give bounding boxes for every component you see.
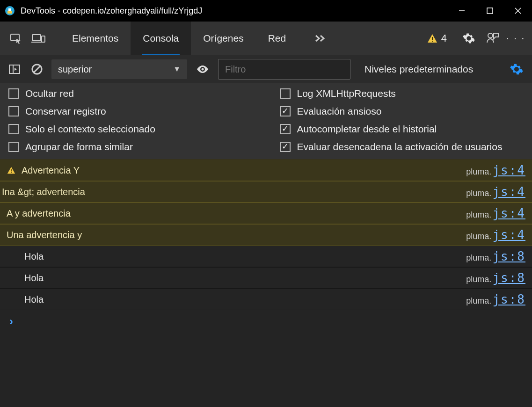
settings-button[interactable]	[459, 29, 479, 48]
filter-input[interactable]	[218, 59, 350, 80]
tab-label: Orígenes	[203, 33, 243, 44]
window-title: DevTools - codepen.io/zoherghadyali/full…	[21, 6, 448, 16]
checkbox-log-xhr[interactable]: Log XMLHttpRequests	[280, 88, 524, 99]
checkbox-label: Solo el contexto seleccionado	[25, 124, 155, 135]
prompt-chevron-icon: ›	[9, 315, 13, 328]
clear-console-icon[interactable]	[29, 61, 45, 77]
log-source[interactable]: pluma.js:4	[466, 228, 525, 242]
svg-rect-4	[487, 8, 493, 14]
console-settings-button[interactable]	[508, 60, 525, 78]
checkbox-icon	[280, 142, 291, 152]
window-controls	[448, 0, 532, 22]
log-source[interactable]: pluma.js:4	[466, 185, 525, 199]
context-value: superior	[58, 64, 92, 75]
feedback-button[interactable]	[482, 29, 502, 48]
minimize-button[interactable]	[448, 0, 476, 22]
svg-line-17	[34, 66, 40, 73]
checkbox-label: Autocompletar desde el historial	[297, 124, 437, 135]
console-filter-bar: superior ▼ Niveles predeterminados	[0, 55, 532, 83]
tab-elementos[interactable]: Elementos	[60, 22, 131, 55]
checkbox-icon	[280, 106, 291, 116]
checkbox-icon	[8, 88, 19, 99]
log-message: Hola	[24, 273, 44, 283]
tab-label: Elementos	[72, 33, 118, 44]
svg-point-13	[488, 33, 493, 38]
checkbox-icon	[8, 124, 19, 134]
execution-context-select[interactable]: superior ▼	[51, 59, 187, 79]
svg-rect-1	[7, 11, 12, 14]
log-message: A y advertencia	[7, 208, 71, 219]
tab-label: Consola	[143, 33, 179, 44]
svg-rect-8	[32, 35, 41, 41]
log-message: Hola	[24, 251, 44, 262]
checkbox-icon	[280, 124, 291, 134]
levels-label: Niveles predeterminados	[364, 64, 473, 74]
log-row-warning[interactable]: Una advertencia y pluma.js:4	[0, 224, 532, 246]
console-log-area: Advertencia Y pluma.js:4 Ina &gt; advert…	[0, 160, 532, 333]
log-row-info[interactable]: Hola pluma.js:8	[0, 289, 532, 310]
log-row-info[interactable]: Hola pluma.js:8	[0, 246, 532, 267]
checkbox-ocultar-red[interactable]: Ocultar red	[8, 88, 252, 99]
log-source[interactable]: pluma.js:8	[466, 249, 525, 263]
device-toolbar-icon[interactable]	[29, 29, 48, 48]
checkbox-icon	[8, 142, 19, 152]
log-source[interactable]: pluma.js:8	[466, 271, 525, 285]
log-source[interactable]: pluma.js:4	[466, 206, 525, 220]
log-source[interactable]: pluma.js:4	[466, 163, 525, 177]
checkbox-autocompletar-historial[interactable]: Autocompletar desde el historial	[280, 124, 524, 135]
checkbox-icon	[280, 88, 291, 99]
svg-rect-2	[8, 8, 11, 11]
log-levels-select[interactable]: Niveles predeterminados	[357, 64, 501, 75]
log-row-info[interactable]: Hola pluma.js:8	[0, 267, 532, 289]
checkbox-label: Ocultar red	[25, 88, 74, 99]
toggle-console-sidebar-icon[interactable]	[7, 61, 22, 77]
log-row-warning[interactable]: Advertencia Y pluma.js:4	[0, 160, 532, 181]
log-source[interactable]: pluma.js:8	[466, 292, 525, 306]
svg-rect-20	[11, 172, 12, 173]
tab-label: Red	[268, 33, 286, 44]
window-titlebar: DevTools - codepen.io/zoherghadyali/full…	[0, 0, 532, 22]
checkbox-agrupar-similar[interactable]: Agrupar de forma similar	[8, 141, 252, 153]
warning-count-value: 4	[441, 32, 447, 44]
inspect-element-icon[interactable]	[7, 29, 25, 48]
checkbox-evaluacion-ansioso[interactable]: Evaluación ansioso	[280, 106, 524, 117]
log-row-warning[interactable]: A y advertencia pluma.js:4	[0, 203, 532, 224]
dropdown-caret-icon: ▼	[173, 65, 181, 73]
maximize-button[interactable]	[476, 0, 504, 22]
checkbox-conservar-registro[interactable]: Conservar registro	[8, 106, 252, 117]
log-message: Ina &gt; advertencia	[2, 187, 85, 197]
checkbox-icon	[8, 106, 19, 116]
log-row-warning[interactable]: Ina &gt; advertencia pluma.js:4	[0, 181, 532, 203]
svg-rect-19	[11, 169, 12, 172]
log-message: Hola	[24, 294, 44, 305]
checkbox-label: Evaluar desencadena la activación de usu…	[297, 141, 503, 153]
close-button[interactable]	[504, 0, 532, 22]
checkbox-label: Conservar registro	[25, 106, 106, 117]
checkbox-evaluar-activacion[interactable]: Evaluar desencadena la activación de usu…	[280, 141, 524, 153]
warning-icon	[7, 166, 16, 175]
svg-rect-12	[432, 41, 433, 42]
live-expression-icon[interactable]	[194, 65, 211, 74]
svg-point-18	[202, 68, 204, 71]
devtools-app-icon	[5, 6, 15, 16]
checkbox-label: Agrupar de forma similar	[25, 141, 133, 153]
console-settings-panel: Ocultar red Log XMLHttpRequests Conserva…	[0, 83, 532, 160]
checkbox-contexto-seleccionado[interactable]: Solo el contexto seleccionado	[8, 124, 252, 135]
devtools-main-toolbar: Elementos Consola Orígenes Red 4 · · ·	[0, 22, 532, 55]
svg-rect-11	[432, 37, 433, 40]
log-message: Una advertencia y	[7, 230, 82, 240]
warning-icon	[427, 33, 437, 44]
tab-origenes[interactable]: Orígenes	[191, 22, 255, 55]
checkbox-label: Evaluación ansioso	[297, 106, 382, 117]
more-tabs-button[interactable]	[308, 34, 332, 43]
log-message: Advertencia Y	[22, 165, 80, 176]
more-options-button[interactable]: · · ·	[506, 29, 525, 48]
tab-consola[interactable]: Consola	[131, 22, 191, 55]
tab-red[interactable]: Red	[256, 22, 299, 55]
svg-rect-10	[42, 36, 45, 42]
console-prompt[interactable]: ›	[0, 310, 532, 333]
devtools-tabs: Elementos Consola Orígenes Red	[60, 22, 298, 55]
checkbox-label: Log XMLHttpRequests	[297, 88, 396, 99]
warnings-indicator[interactable]: 4	[427, 32, 447, 44]
